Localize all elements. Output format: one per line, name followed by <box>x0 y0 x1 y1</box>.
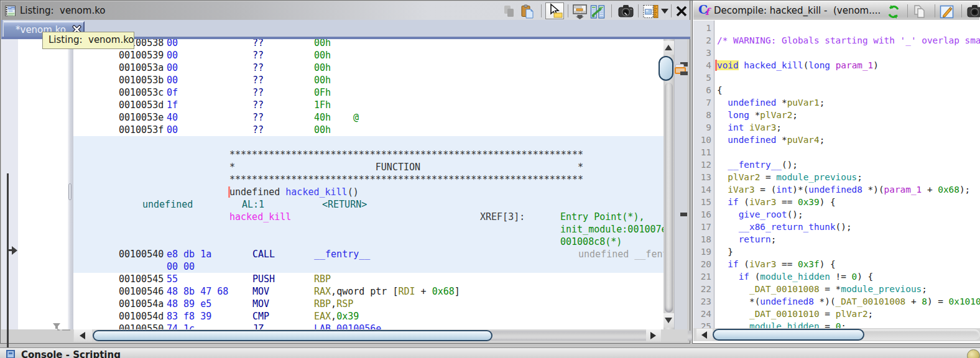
listing-row[interactable]: 0010053f00??00h <box>73 124 663 136</box>
decompiler-token: ; <box>868 309 874 319</box>
decompiler-token: return <box>739 234 771 244</box>
decompiler-titlebar[interactable]: C f Decompile: hacked_kill - (venom.... <box>693 1 979 20</box>
listing-rows: 0010053800??00h0010053900??00h0010053a00… <box>73 39 663 329</box>
listing-row[interactable]: * FUNCTION * <box>73 161 663 173</box>
decompiler-horizontal-scrollbar[interactable] <box>693 328 980 341</box>
listing-token: 00h <box>314 62 331 74</box>
listing-row[interactable]: 0010053a00??00h <box>73 62 663 74</box>
scroll-up-button[interactable] <box>663 41 674 55</box>
listing-row[interactable]: undefinedAL:1<RETURN> <box>73 198 663 211</box>
listing-row[interactable]: ****************************************… <box>73 173 663 186</box>
scroll-down-button[interactable] <box>663 313 674 328</box>
listing-token: @ <box>353 111 359 124</box>
scrollbar-thumb[interactable] <box>659 56 673 81</box>
dropdown-arrow-icon[interactable] <box>661 9 668 14</box>
line-number: 12 <box>694 158 711 171</box>
decompiler-token: undefined <box>728 98 776 108</box>
listing-row[interactable]: hacked_killXREF[3]:Entry Point(*), <box>73 211 663 223</box>
cursor-location-button[interactable] <box>545 2 564 19</box>
decompiler-line[interactable]: give_root(); <box>717 208 980 221</box>
scroll-right-button[interactable] <box>646 329 661 342</box>
listing-row[interactable]: 001008c8(*) <box>73 236 663 248</box>
listing-token: CMP <box>252 310 269 323</box>
decompiler-line[interactable]: *(undefined8 *)(_DAT_00101008 + 8) = 0x1… <box>717 295 980 308</box>
decompiler-line[interactable]: __x86_return_thunk(); <box>717 221 980 233</box>
decompiler-line[interactable]: __fentry__(); <box>717 158 980 171</box>
refresh-icon[interactable] <box>886 4 900 18</box>
snapshot-camera-icon[interactable] <box>967 4 980 18</box>
scrollbar-thumb[interactable] <box>93 330 492 341</box>
decompiler-line[interactable]: _DAT_00101010 = plVar2; <box>717 308 980 320</box>
listing-row[interactable]: init_module:001007e <box>73 223 663 236</box>
copy-icon[interactable] <box>502 4 516 18</box>
cursor-position-marker[interactable] <box>680 213 687 216</box>
decompiler-token: 0x39 <box>798 197 820 207</box>
decompiler-line[interactable]: /* WARNING: Globals starting with '_' ov… <box>717 34 980 47</box>
listing-titlebar[interactable]: Listing: venom.ko <box>1 1 689 20</box>
decompiler-line[interactable]: if (iVar3 == 0x39) { <box>717 196 980 208</box>
decompiler-line[interactable]: int iVar3; <box>717 121 980 134</box>
expand-blocks-icon[interactable] <box>573 4 586 18</box>
listing-row[interactable]: 0010053d1f??1Fh <box>73 99 663 111</box>
listing-horizontal-scrollbar[interactable] <box>73 329 688 342</box>
decompiler-line[interactable]: _DAT_00101008 = *module_previous; <box>717 283 980 295</box>
listing-row[interactable]: 0010054a48 89 e5MOVRBP,RSP <box>73 298 663 310</box>
decompiler-line[interactable]: module_hidden = 0; <box>717 320 980 328</box>
edit-icon[interactable] <box>940 4 953 18</box>
copy-icon[interactable] <box>912 4 926 18</box>
scroll-left-button[interactable] <box>74 329 92 342</box>
listing-row[interactable]: 0010053900??00h <box>73 49 663 62</box>
decompiler-line[interactable] <box>717 22 980 34</box>
listing-row[interactable]: 0010053b00??00h <box>73 74 663 86</box>
decompiler-line[interactable]: void hacked_kill(long param_1) <box>717 59 980 71</box>
listing-row[interactable]: 0010054555PUSHRBP <box>73 273 663 285</box>
listing-row[interactable]: undefined hacked_kill() <box>73 186 663 198</box>
navigation-marker[interactable] <box>680 71 688 75</box>
decompiler-line[interactable]: long *plVar2; <box>717 109 980 121</box>
decompiler-line[interactable]: } <box>717 246 980 258</box>
decompiler-line[interactable]: undefined *puVar1; <box>717 96 980 109</box>
scrollbar-thumb[interactable] <box>713 329 864 341</box>
decompiler-line[interactable]: plVar2 = module_previous; <box>717 171 980 183</box>
listing-row[interactable]: 00100540e8 db 1aCALL__fentry__undefined … <box>73 248 663 260</box>
listing-token: 83 f8 39 <box>167 310 211 323</box>
listing-row[interactable]: 0010053e40??40h@ <box>73 111 663 124</box>
listing-row[interactable]: 0010054648 8b 47 68MOVRAX,qword ptr [RDI… <box>73 285 663 298</box>
decompiler-line[interactable] <box>717 47 980 59</box>
listing-token: RBP,RSP <box>314 298 353 310</box>
listing-row[interactable]: ****************************************… <box>73 149 663 161</box>
listing-row[interactable]: 0010053c0f??0Fh <box>73 86 663 99</box>
listing-content[interactable]: 0010053800??00h0010053900??00h0010053a00… <box>73 39 663 329</box>
decompiler-line[interactable]: { <box>717 84 980 96</box>
decompiler-line[interactable]: if (module_hidden != 0) { <box>717 270 980 283</box>
listing-margin-divider[interactable] <box>68 39 73 329</box>
listing-token: 74 1c <box>167 323 195 329</box>
decompiler-line[interactable]: undefined *puVar4; <box>717 134 980 146</box>
console-panel-titlebar[interactable]: Console - Scripting <box>0 347 980 358</box>
listing-row[interactable]: 0010054d83 f8 39CMPEAX,0x39 <box>73 310 663 323</box>
snapshot-camera-icon[interactable] <box>618 4 632 18</box>
decompiler-token: if <box>728 197 738 207</box>
scroll-left-button[interactable] <box>696 329 713 341</box>
listing-row[interactable]: 00 00 <box>73 260 663 273</box>
close-icon[interactable] <box>675 4 688 18</box>
decompiler-token: __x86_return_thunk <box>739 222 836 232</box>
paste-icon[interactable] <box>520 4 534 18</box>
listing-row[interactable]: 0010055074 1cJZLAB_0010056e <box>73 323 663 329</box>
decompiler-line[interactable]: return; <box>717 233 980 246</box>
listing-token: 00100539 <box>119 49 164 62</box>
decompiler-token: 0x1010 <box>949 296 980 306</box>
margin-display-icon[interactable] <box>643 4 657 18</box>
decompiler-line[interactable]: iVar3 = (int)*(undefined8 *)(param_1 + 0… <box>717 183 980 196</box>
decompiler-line[interactable] <box>717 71 980 84</box>
listing-vertical-scrollbar[interactable] <box>663 39 674 329</box>
listing-row[interactable]: 0010053800??00h <box>73 39 663 49</box>
divider-grip[interactable] <box>68 183 72 200</box>
console-status-icon[interactable] <box>967 349 980 358</box>
decompiler-code[interactable]: /* WARNING: Globals starting with '_' ov… <box>714 21 980 328</box>
diff-view-icon[interactable] <box>590 4 604 18</box>
toolbar-separator <box>568 4 568 17</box>
decompiler-line[interactable]: if (iVar3 == 0x3f) { <box>717 258 980 270</box>
scrollbar-track[interactable] <box>665 83 673 313</box>
decompiler-line[interactable] <box>717 146 980 158</box>
